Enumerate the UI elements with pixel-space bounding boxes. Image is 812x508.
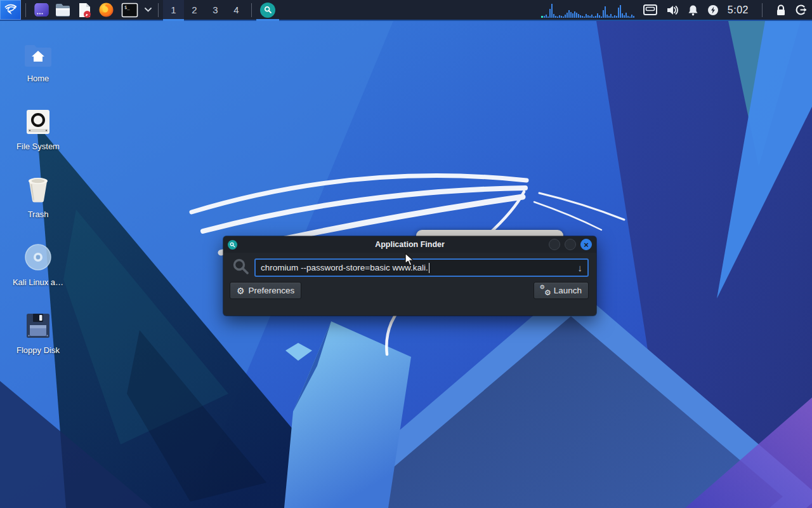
terminal-dropdown-chevron-icon[interactable] <box>142 0 154 20</box>
cpu-bar <box>546 15 547 18</box>
workspace-4[interactable]: 4 <box>226 0 247 20</box>
kali-desktop: Home File System <box>0 0 812 508</box>
close-icon: × <box>584 241 589 249</box>
power-manager-icon[interactable] <box>707 4 719 16</box>
preferences-button[interactable]: ⚙ Preferences <box>230 282 301 299</box>
run-gears-icon: ⚙⚙ <box>540 286 550 295</box>
cpu-bar <box>566 13 568 18</box>
taskbar-application-finder[interactable] <box>256 0 279 20</box>
cpu-bar <box>624 15 625 18</box>
desktop-icon-floppy[interactable]: Floppy Disk <box>10 302 66 370</box>
cpu-bar <box>616 16 617 18</box>
cpu-bar <box>589 16 591 18</box>
home-folder-icon <box>23 30 53 71</box>
cpu-graph[interactable] <box>544 2 634 18</box>
gear-icon: ⚙ <box>237 286 245 295</box>
cpu-bar <box>597 13 598 18</box>
cpu-bar <box>610 14 612 18</box>
launch-button-label: Launch <box>554 286 582 295</box>
text-caret <box>429 263 429 273</box>
cpu-bar <box>601 17 602 18</box>
cpu-bar <box>547 17 549 18</box>
launcher-text-editor[interactable] <box>74 0 95 20</box>
maximize-button[interactable] <box>565 239 576 250</box>
cpu-bar <box>625 13 627 18</box>
logout-icon[interactable] <box>795 4 807 16</box>
workspace-switcher: 1 2 3 4 <box>163 0 247 20</box>
cpu-bar <box>572 13 573 18</box>
desktop-icon-label: Floppy Disk <box>16 345 60 355</box>
lock-screen-icon[interactable] <box>776 4 786 16</box>
cpu-bar <box>586 14 587 18</box>
cpu-bar <box>593 17 594 18</box>
panel-separator <box>158 3 159 17</box>
cpu-bar <box>599 15 600 18</box>
cpu-bar <box>629 17 631 18</box>
cpu-bar <box>591 15 593 18</box>
cpu-bar <box>580 15 581 18</box>
cpu-bar <box>584 17 585 18</box>
cpu-bar <box>614 15 615 18</box>
cpu-bar <box>606 15 608 18</box>
cpu-bar <box>557 17 558 18</box>
panel-separator <box>251 3 252 17</box>
cpu-bar <box>605 6 606 18</box>
minimize-button[interactable] <box>549 239 560 250</box>
desktop-icon-label: Kali Linux a… <box>13 277 63 287</box>
cpu-bar <box>565 15 566 18</box>
cpu-bar <box>633 16 634 18</box>
close-button[interactable]: × <box>580 239 592 250</box>
drive-icon <box>25 98 51 139</box>
launcher-firefox[interactable] <box>95 0 117 20</box>
launch-button[interactable]: ⚙⚙ Launch <box>534 282 589 299</box>
search-icon <box>232 258 249 277</box>
floppy-disk-icon <box>25 302 51 343</box>
cpu-bar <box>555 16 556 18</box>
cpu-bar <box>574 11 575 18</box>
cpu-bar <box>563 17 564 18</box>
desktop-icon-file-system[interactable]: File System <box>10 98 66 166</box>
cpu-bar <box>595 16 596 18</box>
desktop-icon-label: File System <box>16 142 60 151</box>
magnifier-icon <box>260 3 275 18</box>
cpu-bar <box>576 13 577 18</box>
cpu-bar <box>620 5 621 18</box>
search-input[interactable]: chromium --password-store=basic www.kali… <box>254 258 589 277</box>
kali-dragon-icon <box>3 1 18 19</box>
launcher-file-manager[interactable] <box>52 0 74 20</box>
clock[interactable]: 5:02 <box>728 4 749 16</box>
launcher-terminal[interactable]: $_ <box>117 0 142 20</box>
trash-icon <box>25 166 51 207</box>
desktop-icon-home[interactable]: Home <box>10 30 66 98</box>
search-input-value: chromium --password-store=basic www.kali… <box>261 263 428 272</box>
cpu-bar <box>553 14 554 18</box>
display-settings-icon[interactable] <box>643 4 657 15</box>
svg-text:$_: $_ <box>124 5 130 10</box>
cpu-bar <box>627 16 629 18</box>
desktop-icon-label: Trash <box>28 210 49 219</box>
workspace-1[interactable]: 1 <box>163 0 184 20</box>
desktop-icon-trash[interactable]: Trash <box>10 166 66 234</box>
optical-disc-icon <box>24 234 52 275</box>
cpu-bar <box>631 15 632 18</box>
cpu-bar <box>551 4 553 18</box>
top-panel: $_ 1 2 3 4 <box>0 0 812 21</box>
cpu-bar <box>603 10 604 18</box>
panel-separator <box>762 3 763 17</box>
workspace-2[interactable]: 2 <box>184 0 205 20</box>
volume-icon[interactable] <box>666 4 679 16</box>
kali-menu-button[interactable] <box>0 0 21 20</box>
cpu-bar <box>570 12 572 18</box>
app-finder-icon <box>228 240 237 250</box>
titlebar[interactable]: Application Finder × <box>223 236 596 253</box>
workspace-3[interactable]: 3 <box>205 0 226 20</box>
cpu-bar <box>608 16 610 18</box>
cpu-bar <box>544 16 545 18</box>
window-title: Application Finder <box>223 240 596 249</box>
notification-bell-icon[interactable] <box>688 4 698 16</box>
launcher-app-window[interactable] <box>30 0 52 20</box>
cpu-bar <box>622 13 623 18</box>
cpu-bar <box>618 8 619 18</box>
desktop-icon-kali-cd[interactable]: Kali Linux a… <box>10 234 66 302</box>
dropdown-arrow-icon[interactable]: ↓ <box>578 262 583 273</box>
